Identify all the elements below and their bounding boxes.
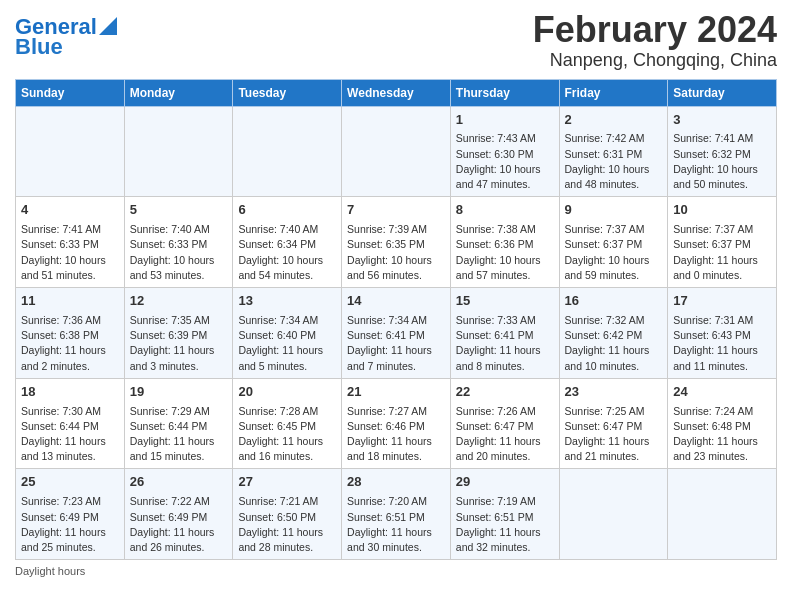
day-info: Sunrise: 7:40 AM Sunset: 6:34 PM Dayligh…: [238, 222, 336, 283]
day-info: Sunrise: 7:27 AM Sunset: 6:46 PM Dayligh…: [347, 404, 445, 465]
calendar-week-row: 4Sunrise: 7:41 AM Sunset: 6:33 PM Daylig…: [16, 197, 777, 288]
calendar-cell: 2Sunrise: 7:42 AM Sunset: 6:31 PM Daylig…: [559, 106, 668, 197]
header: General Blue February 2024 Nanpeng, Chon…: [15, 10, 777, 71]
day-info: Sunrise: 7:25 AM Sunset: 6:47 PM Dayligh…: [565, 404, 663, 465]
calendar-week-row: 25Sunrise: 7:23 AM Sunset: 6:49 PM Dayli…: [16, 469, 777, 560]
calendar-cell: 24Sunrise: 7:24 AM Sunset: 6:48 PM Dayli…: [668, 378, 777, 469]
day-number: 10: [673, 201, 771, 220]
calendar-cell: 8Sunrise: 7:38 AM Sunset: 6:36 PM Daylig…: [450, 197, 559, 288]
title-block: February 2024 Nanpeng, Chongqing, China: [533, 10, 777, 71]
calendar-cell: 17Sunrise: 7:31 AM Sunset: 6:43 PM Dayli…: [668, 288, 777, 379]
day-info: Sunrise: 7:39 AM Sunset: 6:35 PM Dayligh…: [347, 222, 445, 283]
logo-blue-text: Blue: [15, 35, 63, 59]
calendar-cell: 3Sunrise: 7:41 AM Sunset: 6:32 PM Daylig…: [668, 106, 777, 197]
day-number: 14: [347, 292, 445, 311]
day-number: 8: [456, 201, 554, 220]
day-number: 26: [130, 473, 228, 492]
calendar-cell: 20Sunrise: 7:28 AM Sunset: 6:45 PM Dayli…: [233, 378, 342, 469]
day-info: Sunrise: 7:20 AM Sunset: 6:51 PM Dayligh…: [347, 494, 445, 555]
day-info: Sunrise: 7:31 AM Sunset: 6:43 PM Dayligh…: [673, 313, 771, 374]
calendar-cell: 27Sunrise: 7:21 AM Sunset: 6:50 PM Dayli…: [233, 469, 342, 560]
calendar-cell: 19Sunrise: 7:29 AM Sunset: 6:44 PM Dayli…: [124, 378, 233, 469]
calendar-week-row: 1Sunrise: 7:43 AM Sunset: 6:30 PM Daylig…: [16, 106, 777, 197]
day-info: Sunrise: 7:34 AM Sunset: 6:40 PM Dayligh…: [238, 313, 336, 374]
day-info: Sunrise: 7:37 AM Sunset: 6:37 PM Dayligh…: [673, 222, 771, 283]
calendar-cell: [233, 106, 342, 197]
day-number: 5: [130, 201, 228, 220]
calendar-week-row: 11Sunrise: 7:36 AM Sunset: 6:38 PM Dayli…: [16, 288, 777, 379]
day-number: 21: [347, 383, 445, 402]
day-number: 4: [21, 201, 119, 220]
day-info: Sunrise: 7:33 AM Sunset: 6:41 PM Dayligh…: [456, 313, 554, 374]
calendar-cell: 11Sunrise: 7:36 AM Sunset: 6:38 PM Dayli…: [16, 288, 125, 379]
day-info: Sunrise: 7:35 AM Sunset: 6:39 PM Dayligh…: [130, 313, 228, 374]
calendar-cell: 29Sunrise: 7:19 AM Sunset: 6:51 PM Dayli…: [450, 469, 559, 560]
calendar-cell: [124, 106, 233, 197]
calendar-cell: 15Sunrise: 7:33 AM Sunset: 6:41 PM Dayli…: [450, 288, 559, 379]
calendar-cell: [342, 106, 451, 197]
day-info: Sunrise: 7:24 AM Sunset: 6:48 PM Dayligh…: [673, 404, 771, 465]
day-info: Sunrise: 7:23 AM Sunset: 6:49 PM Dayligh…: [21, 494, 119, 555]
day-number: 13: [238, 292, 336, 311]
day-number: 23: [565, 383, 663, 402]
day-number: 28: [347, 473, 445, 492]
calendar-cell: 28Sunrise: 7:20 AM Sunset: 6:51 PM Dayli…: [342, 469, 451, 560]
day-info: Sunrise: 7:22 AM Sunset: 6:49 PM Dayligh…: [130, 494, 228, 555]
calendar-cell: 12Sunrise: 7:35 AM Sunset: 6:39 PM Dayli…: [124, 288, 233, 379]
calendar-cell: 1Sunrise: 7:43 AM Sunset: 6:30 PM Daylig…: [450, 106, 559, 197]
day-number: 6: [238, 201, 336, 220]
day-info: Sunrise: 7:19 AM Sunset: 6:51 PM Dayligh…: [456, 494, 554, 555]
day-number: 9: [565, 201, 663, 220]
day-number: 12: [130, 292, 228, 311]
day-info: Sunrise: 7:37 AM Sunset: 6:37 PM Dayligh…: [565, 222, 663, 283]
day-info: Sunrise: 7:41 AM Sunset: 6:32 PM Dayligh…: [673, 131, 771, 192]
day-info: Sunrise: 7:36 AM Sunset: 6:38 PM Dayligh…: [21, 313, 119, 374]
location-title: Nanpeng, Chongqing, China: [533, 50, 777, 71]
day-number: 11: [21, 292, 119, 311]
day-number: 7: [347, 201, 445, 220]
day-number: 18: [21, 383, 119, 402]
day-number: 29: [456, 473, 554, 492]
day-number: 16: [565, 292, 663, 311]
calendar-cell: 25Sunrise: 7:23 AM Sunset: 6:49 PM Dayli…: [16, 469, 125, 560]
calendar-day-header: Saturday: [668, 79, 777, 106]
calendar-cell: 21Sunrise: 7:27 AM Sunset: 6:46 PM Dayli…: [342, 378, 451, 469]
calendar-week-row: 18Sunrise: 7:30 AM Sunset: 6:44 PM Dayli…: [16, 378, 777, 469]
calendar-cell: 26Sunrise: 7:22 AM Sunset: 6:49 PM Dayli…: [124, 469, 233, 560]
calendar-cell: 14Sunrise: 7:34 AM Sunset: 6:41 PM Dayli…: [342, 288, 451, 379]
calendar-cell: 4Sunrise: 7:41 AM Sunset: 6:33 PM Daylig…: [16, 197, 125, 288]
month-title: February 2024: [533, 10, 777, 50]
day-number: 22: [456, 383, 554, 402]
footer-note: Daylight hours: [15, 565, 777, 577]
calendar-table: SundayMondayTuesdayWednesdayThursdayFrid…: [15, 79, 777, 561]
day-number: 27: [238, 473, 336, 492]
day-number: 15: [456, 292, 554, 311]
calendar-cell: 9Sunrise: 7:37 AM Sunset: 6:37 PM Daylig…: [559, 197, 668, 288]
day-info: Sunrise: 7:41 AM Sunset: 6:33 PM Dayligh…: [21, 222, 119, 283]
day-number: 24: [673, 383, 771, 402]
calendar-cell: 10Sunrise: 7:37 AM Sunset: 6:37 PM Dayli…: [668, 197, 777, 288]
logo: General Blue: [15, 15, 117, 59]
calendar-cell: 22Sunrise: 7:26 AM Sunset: 6:47 PM Dayli…: [450, 378, 559, 469]
calendar-cell: 13Sunrise: 7:34 AM Sunset: 6:40 PM Dayli…: [233, 288, 342, 379]
day-info: Sunrise: 7:21 AM Sunset: 6:50 PM Dayligh…: [238, 494, 336, 555]
day-info: Sunrise: 7:34 AM Sunset: 6:41 PM Dayligh…: [347, 313, 445, 374]
calendar-day-header: Thursday: [450, 79, 559, 106]
calendar-cell: 16Sunrise: 7:32 AM Sunset: 6:42 PM Dayli…: [559, 288, 668, 379]
day-number: 3: [673, 111, 771, 130]
day-info: Sunrise: 7:30 AM Sunset: 6:44 PM Dayligh…: [21, 404, 119, 465]
day-info: Sunrise: 7:26 AM Sunset: 6:47 PM Dayligh…: [456, 404, 554, 465]
calendar-cell: 18Sunrise: 7:30 AM Sunset: 6:44 PM Dayli…: [16, 378, 125, 469]
calendar-cell: 5Sunrise: 7:40 AM Sunset: 6:33 PM Daylig…: [124, 197, 233, 288]
calendar-cell: [668, 469, 777, 560]
day-info: Sunrise: 7:43 AM Sunset: 6:30 PM Dayligh…: [456, 131, 554, 192]
day-info: Sunrise: 7:29 AM Sunset: 6:44 PM Dayligh…: [130, 404, 228, 465]
calendar-header-row: SundayMondayTuesdayWednesdayThursdayFrid…: [16, 79, 777, 106]
calendar-day-header: Friday: [559, 79, 668, 106]
calendar-day-header: Wednesday: [342, 79, 451, 106]
day-number: 17: [673, 292, 771, 311]
day-info: Sunrise: 7:42 AM Sunset: 6:31 PM Dayligh…: [565, 131, 663, 192]
logo-arrow-icon: [99, 13, 117, 35]
calendar-cell: [559, 469, 668, 560]
day-number: 25: [21, 473, 119, 492]
